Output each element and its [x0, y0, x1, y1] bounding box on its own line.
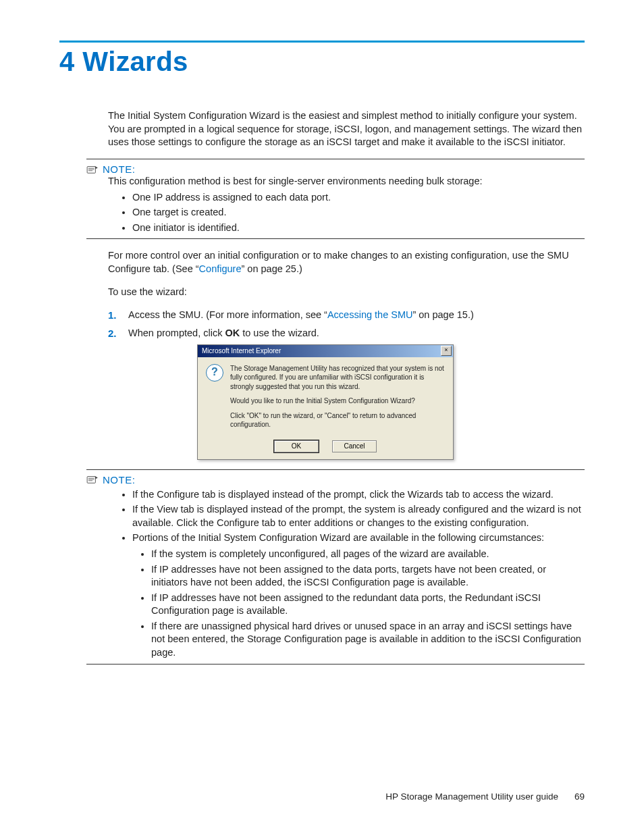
page: 4 Wizards The Initial System Configurati… — [0, 0, 644, 834]
note-head: NOTE: — [86, 474, 585, 486]
step-1: Access the SMU. (For more information, s… — [108, 309, 585, 322]
text: ” on page 25.) — [241, 263, 302, 274]
close-icon[interactable]: × — [441, 346, 452, 356]
rule — [86, 238, 585, 239]
rule — [86, 664, 585, 664]
text: ” on page 15.) — [412, 309, 473, 320]
para-use-wizard: To use the wizard: — [108, 286, 585, 299]
note-head: NOTE: — [86, 163, 585, 175]
ok-button[interactable]: OK — [274, 440, 319, 452]
note1-list: One IP address is assigned to each data … — [108, 191, 585, 235]
list-item: If the system is completely unconfigured… — [151, 548, 585, 561]
footer-doc-title: HP Storage Management Utility user guide — [385, 791, 558, 802]
configure-link[interactable]: Configure — [199, 263, 242, 274]
note-body: This configuration method is best for si… — [108, 175, 585, 234]
note-lead: This configuration method is best for si… — [108, 175, 585, 188]
list-item: One target is created. — [132, 206, 585, 219]
note-block-1: NOTE: This configuration method is best … — [86, 159, 585, 239]
text: When prompted, click — [128, 328, 225, 338]
note-label: NOTE: — [103, 474, 135, 486]
dialog-content: ? The Storage Management Utility has rec… — [198, 357, 453, 438]
step-2: When prompted, click OK to use the wizar… — [108, 327, 585, 460]
page-footer: HP Storage Management Utility user guide… — [0, 791, 644, 802]
dialog-message: The Storage Management Utility has recog… — [230, 364, 445, 435]
note-icon — [86, 475, 99, 484]
list-item: If there are unassigned physical hard dr… — [151, 620, 585, 660]
list-item: One IP address is assigned to each data … — [132, 191, 585, 205]
text: Portions of the Initial System Configura… — [132, 532, 544, 543]
ie-dialog: Microsoft Internet Explorer × ? The Stor… — [197, 344, 454, 460]
question-icon: ? — [206, 364, 223, 382]
dialog-title: Microsoft Internet Explorer — [202, 346, 281, 356]
accessing-smu-link[interactable]: Accessing the SMU — [327, 309, 413, 320]
dialog-line: Would you like to run the Initial System… — [230, 396, 445, 406]
text: Access the SMU. (For more information, s… — [128, 309, 327, 320]
svg-rect-1 — [87, 477, 95, 484]
text: For more control over an initial configu… — [108, 250, 569, 274]
note-label: NOTE: — [103, 163, 135, 175]
list-item: If the View tab is displayed instead of … — [132, 503, 585, 529]
ok-bold: OK — [225, 328, 240, 338]
text: to use the wizard. — [240, 328, 319, 338]
para-configure: For more control over an initial configu… — [108, 249, 585, 276]
chapter-title: 4 Wizards — [59, 47, 585, 77]
note2-sublist: If the system is completely unconfigured… — [132, 548, 585, 660]
list-item: If the Configure tab is displayed instea… — [132, 488, 585, 502]
list-item: If IP addresses have not been assigned t… — [151, 592, 585, 618]
svg-rect-0 — [87, 166, 95, 173]
list-item: If IP addresses have not been assigned t… — [151, 563, 585, 590]
rule — [86, 159, 585, 159]
list-item: Portions of the Initial System Configura… — [132, 531, 585, 659]
footer-page-number: 69 — [574, 791, 585, 802]
list-item: One initiator is identified. — [132, 221, 585, 235]
steps-list: Access the SMU. (For more information, s… — [108, 309, 585, 460]
dialog-line: Click "OK" to run the wizard, or "Cancel… — [230, 411, 445, 429]
rule — [86, 469, 585, 470]
dialog-buttons: OK Cancel — [198, 438, 453, 459]
note-body: If the Configure tab is displayed instea… — [108, 488, 585, 660]
note2-list: If the Configure tab is displayed instea… — [108, 488, 585, 660]
dialog-titlebar: Microsoft Internet Explorer × — [198, 345, 453, 357]
top-rule — [59, 41, 585, 43]
intro-paragraph: The Initial System Configuration Wizard … — [108, 109, 585, 149]
note-block-2: NOTE: If the Configure tab is displayed … — [86, 469, 585, 664]
note-icon — [86, 165, 99, 174]
cancel-button[interactable]: Cancel — [332, 440, 377, 452]
dialog-line: The Storage Management Utility has recog… — [230, 364, 445, 392]
